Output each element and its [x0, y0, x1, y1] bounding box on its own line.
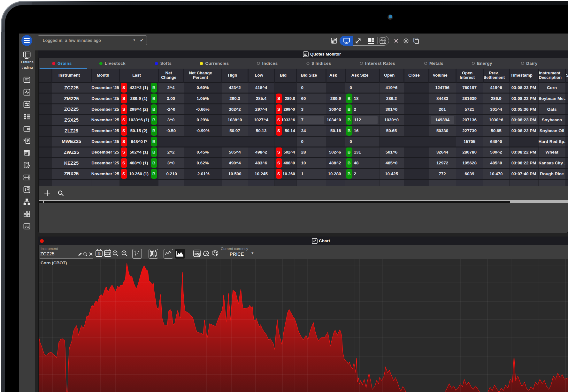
svg-text:D: D [97, 252, 100, 256]
